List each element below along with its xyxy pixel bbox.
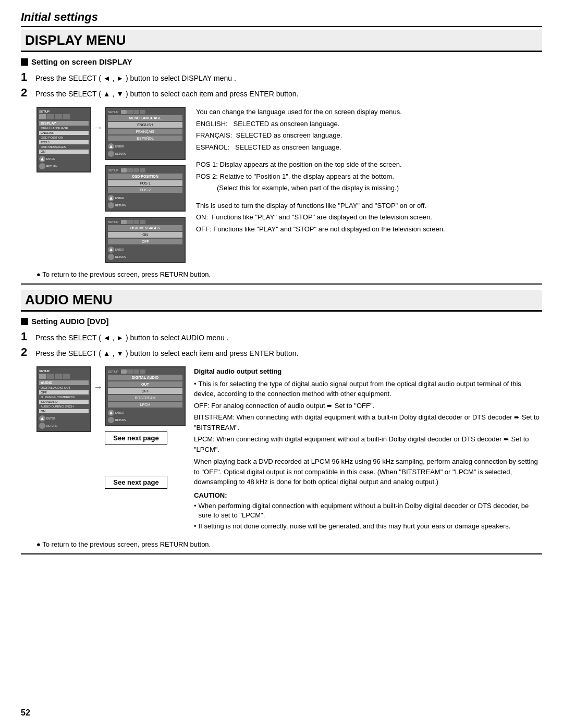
audio-screens-area: SETUP AUDIO DIGITAL AUDIO OUT OFF D. RAN… (36, 366, 186, 533)
svg-marker-1 (109, 145, 113, 148)
display-right-screens: SETUP MENU LANGUAGE ENGLISH FRANÇAIS ESP… (105, 107, 186, 263)
display-screens-area: SETUP DISPLAY MENU LANGUAGE ENGLISH OSD … (36, 107, 186, 263)
audio-descriptions: Digital audio output setting •This is fo… (194, 366, 542, 533)
audio-menu-title: AUDIO MENU (21, 290, 542, 312)
audio-left-small-screen: SETUP AUDIO DIGITAL AUDIO OUT OFF D. RAN… (36, 366, 91, 432)
see-next-page-1: See next page (105, 431, 186, 445)
svg-marker-5 (109, 411, 113, 414)
display-subsection-title: Setting on screen DISPLAY (21, 57, 542, 66)
osd-position-desc: POS 1: Display appears at the position o… (196, 159, 542, 193)
audio-step1: 1 Press the SELECT ( ◄ , ► ) button to s… (21, 331, 542, 343)
display-return-note: ● To return to the previous screen, pres… (36, 270, 542, 278)
menu-language-desc: You can change the language used for the… (196, 107, 542, 152)
audio-return-note: ● To return to the previous screen, pres… (36, 540, 542, 548)
bottom-divider (21, 553, 542, 554)
audio-subsection-title: Setting AUDIO [DVD] (21, 317, 542, 326)
arrow-right-audio: → (93, 366, 103, 393)
audio-right-screen: SETUP DIGITAL AUDIO OUT OFF BITSTREAM (105, 366, 186, 491)
display-screen-menu-language: SETUP MENU LANGUAGE ENGLISH FRANÇAIS ESP… (105, 107, 186, 160)
initial-settings-title: Initial settings (21, 10, 542, 27)
svg-marker-3 (109, 248, 113, 251)
audio-screens-with-arrows: SETUP AUDIO DIGITAL AUDIO OUT OFF D. RAN… (36, 366, 186, 491)
audio-step2: 2 Press the SELECT ( ▲ , ▼ ) button to s… (21, 347, 542, 359)
audio-menu-section: AUDIO MENU Setting AUDIO [DVD] 1 Press t… (21, 290, 542, 548)
svg-marker-0 (41, 157, 44, 161)
display-left-small-screen: SETUP DISPLAY MENU LANGUAGE ENGLISH OSD … (36, 107, 91, 172)
display-step2: 2 Press the SELECT ( ▲ , ▼ ) button to s… (21, 87, 542, 100)
page-number: 52 (21, 708, 30, 718)
svg-marker-4 (41, 417, 44, 420)
display-descriptions: You can change the language used for the… (196, 107, 542, 263)
section-divider (21, 283, 542, 285)
display-step1: 1 Press the SELECT ( ◄ , ► ) button to s… (21, 71, 542, 84)
bullet-square-audio (21, 318, 28, 325)
arrow-right-display: → (93, 107, 103, 133)
see-next-page-2: See next page (105, 476, 186, 489)
svg-marker-2 (109, 196, 113, 200)
bullet-square-display (21, 58, 28, 66)
caution-title: CAUTION: (194, 490, 542, 501)
display-screen-osd-messages: SETUP OSD MESSAGES ON OFF (105, 217, 186, 263)
display-menu-title: DISPLAY MENU (21, 30, 542, 52)
display-screen-osd-position: SETUP OSD POSITION POS 1 POS 2 (105, 165, 186, 212)
osd-messages-desc: This is used to turn the display of func… (196, 201, 542, 235)
display-menu-section: DISPLAY MENU Setting on screen DISPLAY 1… (21, 30, 542, 278)
audio-content-block: SETUP AUDIO DIGITAL AUDIO OUT OFF D. RAN… (36, 366, 542, 533)
display-content-block: SETUP DISPLAY MENU LANGUAGE ENGLISH OSD … (36, 107, 542, 263)
digital-audio-title: Digital audio output setting (194, 366, 542, 377)
